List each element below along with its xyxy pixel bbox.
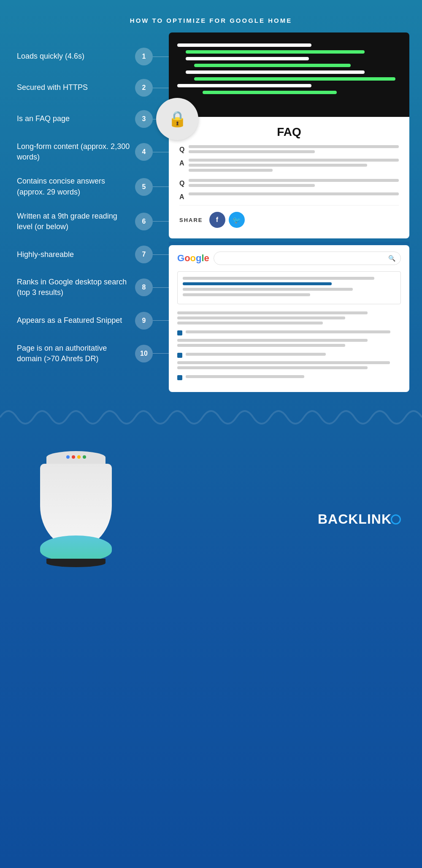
right-panel: 🔒 FAQ Q bbox=[169, 32, 409, 392]
dot-red bbox=[72, 455, 75, 459]
item-text-10: Page is on an authoritative domain (>70 … bbox=[17, 343, 131, 364]
code-line bbox=[186, 57, 309, 60]
snippet-line bbox=[183, 288, 353, 291]
a-lines bbox=[189, 192, 399, 197]
item-text-4: Long-form content (approx. 2,300 words) bbox=[17, 141, 131, 162]
facebook-icon: f bbox=[216, 216, 218, 224]
result-line-group bbox=[186, 330, 401, 335]
list-item: Highly-shareable 7 bbox=[17, 239, 169, 270]
item-number-3: 3 bbox=[135, 110, 153, 128]
list-item: Page is on an authoritative domain (>70 … bbox=[17, 336, 169, 371]
a-lines bbox=[189, 159, 399, 174]
item-text-6: Written at a 9th grade reading level (or… bbox=[17, 211, 131, 232]
divider bbox=[169, 242, 409, 245]
blue-dot-icon bbox=[177, 330, 182, 335]
snippet-line bbox=[183, 293, 310, 296]
snippet-line-highlight bbox=[183, 282, 332, 285]
device-dots bbox=[46, 451, 106, 459]
google-logo-e: e bbox=[204, 253, 209, 263]
result-line bbox=[177, 344, 345, 347]
result-item bbox=[177, 339, 401, 347]
result-with-dot-3 bbox=[177, 375, 401, 380]
code-line bbox=[177, 84, 311, 87]
search-icon: 🔍 bbox=[388, 255, 395, 262]
page-title: HOW TO OPTIMIZE FOR GOOGLE HOME bbox=[0, 0, 422, 37]
qa-line bbox=[189, 179, 399, 182]
item-number-9: 9 bbox=[135, 312, 153, 330]
result-line bbox=[177, 322, 323, 324]
code-line bbox=[177, 43, 311, 47]
search-input-mock[interactable]: 🔍 bbox=[214, 251, 401, 265]
snippet-line bbox=[183, 277, 374, 280]
item-text-5: Contains concise answers (approx. 29 wor… bbox=[17, 176, 131, 197]
result-line bbox=[186, 330, 390, 333]
device-top bbox=[46, 451, 106, 464]
item-number-8: 8 bbox=[135, 279, 153, 296]
item-text-9: Appears as a Featured Snippet bbox=[17, 315, 131, 326]
faq-title: FAQ bbox=[179, 125, 399, 139]
lock-icon: 🔒 bbox=[168, 110, 187, 128]
wave-decoration bbox=[0, 400, 422, 434]
device-bottom-ring bbox=[46, 559, 106, 567]
result-line bbox=[177, 366, 368, 369]
code-line bbox=[186, 70, 365, 74]
connector-2 bbox=[153, 88, 169, 88]
q-lines bbox=[189, 145, 399, 155]
connector-6 bbox=[153, 221, 169, 222]
item-number-6: 6 bbox=[135, 213, 153, 230]
device-base bbox=[40, 535, 112, 561]
item-number-1: 1 bbox=[135, 48, 153, 65]
qa-line bbox=[189, 150, 315, 153]
list-item: Written at a 9th grade reading level (or… bbox=[17, 204, 169, 239]
qa-row: A bbox=[179, 192, 399, 201]
list-item: Loads quickly (4.6s) 1 bbox=[17, 41, 169, 72]
backlinko-logo: BACKLINK bbox=[318, 511, 401, 527]
blue-dot-icon bbox=[177, 353, 182, 358]
search-results bbox=[177, 309, 401, 386]
facebook-button[interactable]: f bbox=[209, 212, 225, 228]
code-lines bbox=[177, 43, 401, 94]
item-number-5: 5 bbox=[135, 178, 153, 196]
result-line bbox=[186, 375, 304, 378]
google-search-card: Google 🔍 bbox=[169, 245, 409, 392]
https-badge: 🔒 bbox=[156, 98, 198, 140]
backlinko-text: BACKLINK bbox=[318, 511, 392, 527]
list-item: Contains concise answers (approx. 29 wor… bbox=[17, 169, 169, 204]
google-logo-g: G bbox=[177, 253, 184, 263]
q-letter: Q bbox=[179, 180, 184, 187]
item-text-3: Is an FAQ page bbox=[17, 114, 131, 124]
code-line bbox=[194, 64, 351, 67]
qa-line bbox=[189, 159, 399, 162]
google-logo-o1: o bbox=[184, 253, 190, 263]
twitter-icon: 🐦 bbox=[233, 216, 241, 224]
connector-10 bbox=[153, 353, 169, 354]
item-text-8: Ranks in Google desktop search (top 3 re… bbox=[17, 277, 131, 298]
q-letter: Q bbox=[179, 146, 184, 154]
google-home-device bbox=[34, 451, 118, 569]
result-line bbox=[186, 353, 326, 356]
qa-line bbox=[189, 145, 399, 148]
result-line bbox=[177, 361, 390, 364]
a-letter: A bbox=[179, 193, 184, 201]
google-logo: Google bbox=[177, 253, 209, 264]
connector-8 bbox=[153, 287, 169, 288]
list-item: Ranks in Google desktop search (top 3 re… bbox=[17, 270, 169, 305]
connector-5 bbox=[153, 187, 169, 187]
dot-green bbox=[83, 455, 86, 459]
result-with-dot-2 bbox=[177, 353, 401, 358]
list-item: Long-form content (approx. 2,300 words) … bbox=[17, 135, 169, 169]
list-item: Is an FAQ page 3 bbox=[17, 103, 169, 135]
faq-card: FAQ Q A Q bbox=[169, 117, 409, 238]
item-text-1: Loads quickly (4.6s) bbox=[17, 51, 131, 62]
result-line-group bbox=[186, 353, 401, 358]
q-lines bbox=[189, 179, 399, 189]
list-item: Appears as a Featured Snippet 9 bbox=[17, 305, 169, 336]
result-line bbox=[177, 311, 368, 314]
result-line-group bbox=[186, 375, 401, 380]
code-line bbox=[194, 77, 395, 81]
item-number-4: 4 bbox=[135, 143, 153, 161]
a-letter: A bbox=[179, 160, 184, 167]
twitter-button[interactable]: 🐦 bbox=[229, 212, 245, 228]
code-line bbox=[186, 50, 365, 54]
google-logo-g2: g bbox=[196, 253, 201, 263]
